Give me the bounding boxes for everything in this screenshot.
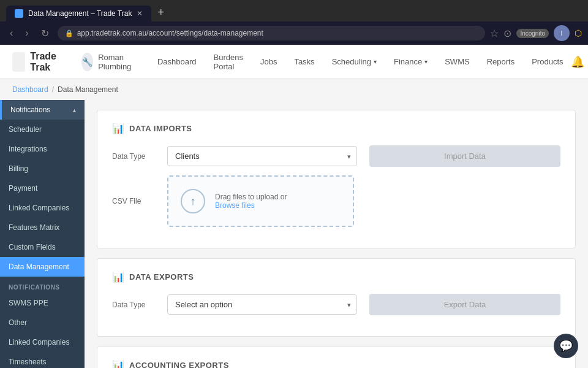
page-layout: Notifications ▴ Scheduler Integrations B… bbox=[0, 100, 588, 368]
sidebar-item-features-matrix[interactable]: Features Matrix bbox=[0, 218, 85, 237]
csv-file-row: CSV File ↑ Drag files to upload or Brows… bbox=[112, 175, 560, 227]
exports-data-type-select-wrapper: Select an option Clients Jobs Contacts ▾ bbox=[167, 294, 357, 315]
imports-action-area: Import Data bbox=[369, 145, 560, 167]
company-area: 🔧 Roman Plumbing bbox=[81, 53, 138, 71]
sidebar-item-swms-ppe[interactable]: SWMS PPE bbox=[0, 293, 85, 313]
nav-burdens-portal[interactable]: Burdens Portal bbox=[206, 48, 251, 76]
reload-button[interactable]: ↻ bbox=[37, 26, 53, 40]
breadcrumb-home-link[interactable]: Dashboard bbox=[12, 85, 48, 94]
data-exports-icon: 📊 bbox=[112, 271, 124, 283]
logo-icon bbox=[12, 52, 25, 72]
app-navbar: Trade Trak 🔧 Roman Plumbing Dashboard Bu… bbox=[0, 45, 588, 79]
csv-drop-text-area: Drag files to upload or Browse files bbox=[215, 193, 287, 210]
imports-data-type-select[interactable]: Clients Jobs Contacts Products bbox=[167, 146, 357, 166]
data-imports-header: 📊 DATA IMPORTS bbox=[112, 123, 560, 134]
imports-data-type-row: Data Type Clients Jobs Contacts Products… bbox=[112, 145, 560, 167]
exports-data-type-select[interactable]: Select an option Clients Jobs Contacts bbox=[167, 294, 357, 315]
nav-tasks[interactable]: Tasks bbox=[287, 52, 322, 71]
sidebar-item-linked-companies-2[interactable]: Linked Companies bbox=[0, 332, 85, 352]
address-bar[interactable]: 🔒 app.tradetrak.com.au/account/settings/… bbox=[58, 26, 486, 40]
nav-reports[interactable]: Reports bbox=[480, 52, 522, 71]
incognito-badge: Incognito bbox=[516, 29, 549, 38]
data-exports-section: 📊 DATA EXPORTS Data Type Select an optio… bbox=[97, 258, 576, 337]
exports-action-area: Export Data bbox=[369, 294, 560, 315]
sidebar: Notifications ▴ Scheduler Integrations B… bbox=[0, 100, 85, 368]
sidebar-item-timesheets[interactable]: Timesheets bbox=[0, 352, 85, 368]
sidebar-item-data-management[interactable]: Data Management bbox=[0, 257, 85, 277]
extension-icon[interactable]: ⊙ bbox=[503, 28, 511, 39]
nav-right: 🔔 CP Caeser P. ▾ bbox=[571, 52, 589, 72]
export-data-button[interactable]: Export Data bbox=[369, 294, 560, 315]
back-button[interactable]: ‹ bbox=[6, 26, 17, 40]
browser-user-icon[interactable]: I bbox=[554, 25, 570, 41]
toolbar-actions: ☆ ⊙ Incognito I ⬡ bbox=[490, 25, 582, 41]
csv-browse-link[interactable]: Browse files bbox=[215, 201, 255, 210]
accounting-exports-title: ACCOUNTING EXPORTS bbox=[129, 361, 229, 368]
exports-data-type-control: Select an option Clients Jobs Contacts ▾ bbox=[167, 294, 357, 315]
logo-area: Trade Trak bbox=[12, 51, 63, 73]
browser-toolbar: ‹ › ↻ 🔒 app.tradetrak.com.au/account/set… bbox=[0, 21, 588, 45]
data-imports-icon: 📊 bbox=[112, 123, 124, 134]
imports-data-type-label: Data Type bbox=[112, 152, 167, 161]
imports-data-type-select-wrapper: Clients Jobs Contacts Products ▾ bbox=[167, 146, 357, 166]
upload-icon: ↑ bbox=[181, 189, 205, 213]
finance-chevron-icon: ▾ bbox=[424, 58, 428, 65]
data-exports-header: 📊 DATA EXPORTS bbox=[112, 271, 560, 283]
company-name: Roman Plumbing bbox=[98, 53, 138, 71]
tab-title: Data Management – Trade Trak bbox=[28, 9, 132, 18]
accounting-exports-header: 📊 ACCOUNTING EXPORTS bbox=[112, 359, 560, 368]
browser-chrome: Data Management – Trade Trak ✕ + bbox=[0, 0, 588, 21]
sidebar-item-integrations[interactable]: Integrations bbox=[0, 139, 85, 159]
chat-bubble[interactable]: 💬 bbox=[554, 334, 578, 358]
scheduling-chevron-icon: ▾ bbox=[374, 58, 377, 65]
breadcrumb-separator: / bbox=[52, 85, 54, 94]
accounting-exports-section: 📊 ACCOUNTING EXPORTS Software MYOB (BETA… bbox=[97, 347, 576, 368]
tab-close-icon[interactable]: ✕ bbox=[137, 9, 143, 18]
csv-file-label: CSV File bbox=[112, 197, 167, 205]
extensions-puzzle-icon[interactable]: ⬡ bbox=[575, 28, 582, 38]
nav-dashboard[interactable]: Dashboard bbox=[150, 52, 204, 71]
exports-data-type-label: Data Type bbox=[112, 301, 167, 309]
breadcrumb-current: Data Management bbox=[58, 85, 118, 94]
nav-products[interactable]: Products bbox=[524, 52, 570, 71]
active-tab[interactable]: Data Management – Trade Trak ✕ bbox=[6, 6, 151, 21]
address-lock-icon: 🔒 bbox=[65, 29, 74, 37]
notifications-expand-icon: ▴ bbox=[73, 107, 76, 113]
browser-user-initial: I bbox=[560, 29, 562, 37]
address-text: app.tradetrak.com.au/account/settings/da… bbox=[77, 29, 263, 37]
nav-scheduling[interactable]: Scheduling ▾ bbox=[325, 52, 384, 71]
nav-links: Dashboard Burdens Portal Jobs Tasks Sche… bbox=[150, 48, 571, 76]
main-content: 📊 DATA IMPORTS Data Type Clients Jobs Co… bbox=[85, 100, 588, 368]
nav-swms[interactable]: SWMS bbox=[437, 52, 477, 71]
sidebar-item-custom-fields[interactable]: Custom Fields bbox=[0, 237, 85, 257]
data-imports-title: DATA IMPORTS bbox=[129, 124, 192, 133]
new-tab-button[interactable]: + bbox=[151, 4, 170, 21]
sidebar-section-notifications: NOTIFICATIONS bbox=[0, 277, 85, 293]
sidebar-item-scheduler[interactable]: Scheduler bbox=[0, 120, 85, 139]
breadcrumb: Dashboard / Data Management bbox=[0, 79, 588, 100]
csv-drag-text: Drag files to upload or bbox=[215, 193, 287, 201]
forward-button[interactable]: › bbox=[21, 26, 32, 40]
tab-favicon bbox=[15, 9, 23, 18]
imports-data-type-control: Clients Jobs Contacts Products ▾ bbox=[167, 146, 357, 166]
accounting-exports-icon: 📊 bbox=[112, 359, 124, 368]
sidebar-item-notifications[interactable]: Notifications ▴ bbox=[0, 100, 85, 120]
sidebar-item-linked-companies[interactable]: Linked Companies bbox=[0, 198, 85, 218]
exports-data-type-row: Data Type Select an option Clients Jobs … bbox=[112, 294, 560, 315]
sidebar-item-other[interactable]: Other bbox=[0, 313, 85, 332]
sidebar-notifications-label: Notifications bbox=[10, 105, 50, 114]
sidebar-item-payment[interactable]: Payment bbox=[0, 178, 85, 198]
data-exports-title: DATA EXPORTS bbox=[129, 272, 194, 282]
nav-finance[interactable]: Finance ▾ bbox=[386, 52, 435, 71]
csv-drop-area[interactable]: ↑ Drag files to upload or Browse files bbox=[167, 175, 354, 227]
nav-jobs[interactable]: Jobs bbox=[253, 52, 284, 71]
company-icon: 🔧 bbox=[81, 53, 93, 71]
sidebar-item-billing[interactable]: Billing bbox=[0, 159, 85, 178]
logo-text: Trade Trak bbox=[30, 51, 62, 73]
import-data-button[interactable]: Import Data bbox=[369, 145, 560, 167]
star-icon[interactable]: ☆ bbox=[490, 28, 499, 39]
notifications-bell-icon[interactable]: 🔔 bbox=[571, 55, 584, 69]
data-imports-section: 📊 DATA IMPORTS Data Type Clients Jobs Co… bbox=[97, 110, 576, 248]
